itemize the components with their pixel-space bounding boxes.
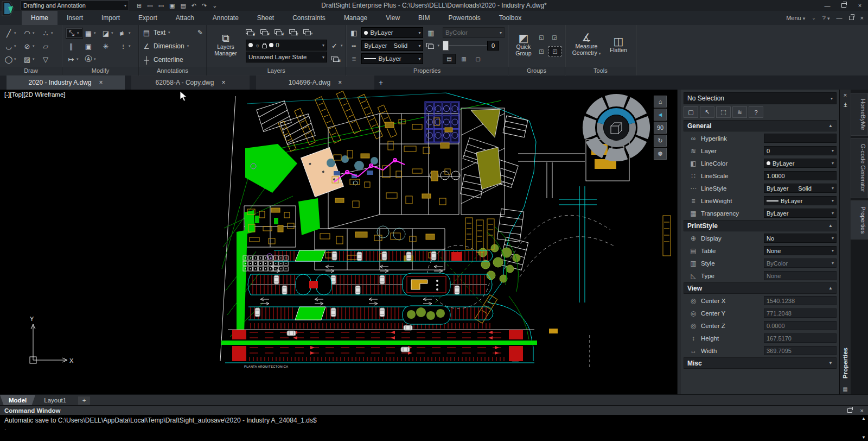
close-icon[interactable]: × [338,79,342,86]
command-scrollbar[interactable]: ▲ ▼ [861,416,866,440]
draw-tool-2[interactable]: ∴▾ [40,29,59,38]
drawing-canvas[interactable]: [-][Top][2D Wireframe] [0,90,677,394]
draw-tool-6[interactable]: ◯▾ [3,55,22,64]
linestyle-combo[interactable]: ByLayerSolid▾ [361,40,423,51]
gear-icon[interactable]: ☸ [654,148,667,160]
layer-previous-button[interactable]: ✓▾ [331,40,342,52]
lineweight-value[interactable]: ByLayer▾ [764,196,837,205]
doc-close-button[interactable]: × [860,15,864,21]
measure-geometry-button[interactable]: ∡ Measure Geometry ▾ [569,27,604,65]
layer-tool-4[interactable]: ▾ [303,29,313,36]
annotation-monitor-icon[interactable]: ▦ [843,386,847,392]
layers-manager-button[interactable]: ⧉ Layers Manager [210,27,241,65]
group-tool-3[interactable]: ◰ [548,46,561,56]
draw-tool-8[interactable]: ▽ [40,55,59,64]
transparency-value[interactable]: ByLayer▾ [764,209,837,218]
layer-state-icon-button[interactable]: ≣ [331,53,342,65]
close-button[interactable]: × [852,1,868,10]
pin-icon[interactable]: Ŧ [844,102,847,108]
view-navigation-wheel[interactable] [578,90,654,166]
document-tab-2[interactable]: 104696-A.dwg× [256,75,374,90]
ribbon-tab-powertools[interactable]: Powertools [439,11,489,25]
annotation-tool-text[interactable]: ▤Text▾✎ [142,27,203,39]
side-tab-g-code-generator[interactable]: G-code Generator [851,138,868,198]
draw-tool-7[interactable]: ▨▾ [22,55,40,64]
command-input[interactable]: . [4,424,864,432]
selection-tool-4[interactable]: ? [749,106,763,118]
annotation-visibility-button[interactable]: ▥ [458,54,470,64]
menu-button[interactable]: Menu ▾ [786,15,805,21]
layer-combo[interactable]: ☼ 0 ▾ [246,40,327,51]
cmd-close-icon[interactable]: × [860,407,864,414]
command-window[interactable]: Automatic save to C:\Users\DELL\AppData\… [0,415,868,441]
layer-tool-2[interactable]: ▴▾ [275,29,284,36]
auto-annotation-button[interactable]: ▢ [472,54,484,64]
ribbon-tab-home[interactable]: Home [22,11,58,25]
draw-tool-4[interactable]: ⊘▾ [22,42,40,51]
qat-icon-0[interactable]: ⊞ [137,2,142,9]
ribbon-tab-view[interactable]: View [376,11,409,25]
hyperlink-value[interactable] [764,134,837,143]
qat-icon-6[interactable]: ↷ [202,2,207,9]
help-button[interactable]: ? ▾ [822,15,830,21]
doc-restore-button[interactable] [849,15,854,21]
linecolor-value[interactable]: ByLayer▾ [764,159,837,168]
qat-icon-5[interactable]: ↶ [192,2,196,9]
scroll-down-icon[interactable]: ▼ [861,435,866,440]
layer-transparency-icon[interactable] [426,43,434,48]
selection-tool-2[interactable]: ⬚ [716,106,731,118]
cmd-restore-icon[interactable] [847,407,852,414]
new-document-button[interactable]: + [374,75,387,90]
section-header-printstyle[interactable]: PrintStyle▲ [684,220,837,231]
modify-tool-6[interactable]: ✳ [100,42,118,51]
side-tab-properties[interactable]: Properties [851,200,868,240]
close-icon[interactable]: × [221,79,225,86]
home-icon[interactable]: ⌂ [654,96,667,108]
linescale-value[interactable]: 1.0000 [764,171,837,180]
modify-tool-3[interactable]: ≢▾ [118,29,135,38]
display-value[interactable]: No▾ [764,234,837,243]
panel-divider[interactable] [677,90,681,394]
ribbon-tab-import[interactable]: Import [92,11,129,25]
document-tab-0[interactable]: 2020 - Industry A.dwg× [7,75,125,90]
qat-icon-2[interactable]: ▭ [158,2,164,9]
doc-minimize-button[interactable]: — [837,15,843,21]
qat-icon-7[interactable]: ⌄ [212,2,217,9]
ribbon-tab-annotate[interactable]: Annotate [203,11,248,25]
slider-handle[interactable] [443,41,449,51]
qat-icon-1[interactable]: ▭ [147,2,152,9]
qat-icon-4[interactable]: ▤ [180,2,186,9]
ribbon-tab-manage[interactable]: Manage [335,11,376,25]
workspace-selector[interactable]: Drafting and Annotation ▾ [21,1,129,10]
back-icon[interactable]: ◄ [654,109,667,121]
draw-tool-5[interactable]: ▱ [40,42,59,51]
chevron-down-icon[interactable]: ⌄ [812,15,816,21]
table-value[interactable]: None▾ [764,246,837,255]
transparency-slider[interactable]: 0 [443,41,499,51]
modify-tool-5[interactable]: ▣ [83,42,100,51]
draw-tool-1[interactable]: ◠▾ [22,29,40,38]
command-window-header[interactable]: Command Window × [0,405,868,415]
orbit-icon[interactable]: ↻ [654,135,667,147]
panel-close-icon[interactable]: × [844,92,847,98]
group-tool-1[interactable]: ◲ [548,33,560,42]
annotative-scale-button[interactable]: ▤ [443,54,456,64]
selection-tool-1[interactable]: ↖ [700,106,714,118]
close-icon[interactable]: × [99,79,103,86]
ribbon-tab-bim[interactable]: BIM [409,11,439,25]
section-header-general[interactable]: General▲ [684,120,837,131]
minimize-button[interactable]: — [819,1,835,10]
group-tool-0[interactable]: ◱ [535,33,547,42]
modify-tool-1[interactable]: ▦▾ [83,29,100,38]
ribbon-tab-toolbox[interactable]: Toolbox [490,11,531,25]
selection-tool-3[interactable]: ≋ [732,106,747,118]
viewport-label[interactable]: [-][Top][2D Wireframe] [4,91,65,98]
group-tool-2[interactable]: ◳ [535,47,547,56]
modify-tool-7[interactable]: ⁝▾ [118,42,135,51]
selection-combo[interactable]: No Selection ▾ [684,92,837,104]
document-tab-1[interactable]: 62058-A - Copy.dwg× [131,75,250,90]
linestyle-value[interactable]: ByLayerSolid▾ [764,184,837,193]
ribbon-tab-insert[interactable]: Insert [58,11,92,25]
layer-tool-1[interactable]: +▾ [260,29,270,36]
annotation-tool-centerline[interactable]: ┼Centerline [142,54,203,66]
